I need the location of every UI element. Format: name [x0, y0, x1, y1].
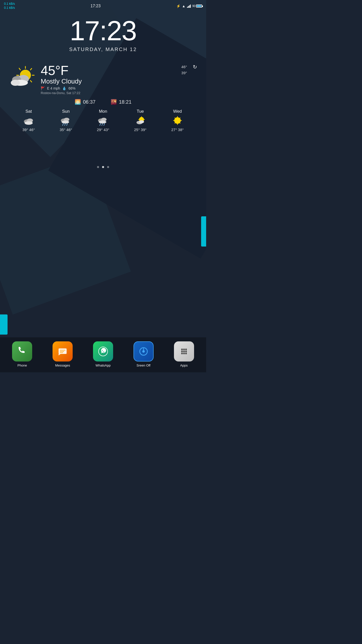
forecast-tue: Tue 25° 39° — [122, 109, 159, 132]
svg-point-56 — [185, 349, 187, 350]
background — [0, 0, 206, 372]
phone-icon — [12, 341, 32, 361]
svg-line-5 — [19, 68, 20, 70]
weather-condition: Mostly Cloudy — [41, 77, 197, 85]
clock-widget: 17:23 SATURDAY, MARCH 12 — [0, 12, 206, 55]
status-time: 17:23 — [90, 4, 101, 8]
status-icons: ⚡ ▲ 90 — [176, 4, 202, 8]
status-bar: 0.1 kB/s 0.1 kB/s 17:23 ⚡ ▲ 90 — [0, 0, 206, 12]
page-dot-2[interactable] — [102, 166, 104, 168]
current-temp: 45°F — [41, 64, 197, 77]
wind-speed: E 4 mph — [47, 86, 60, 90]
dock-apps-row: Phone Messages — [2, 341, 204, 367]
weather-main: 45°F Mostly Cloudy 🚩 E 4 mph 💧 66% Rosto… — [9, 64, 197, 95]
weather-info: 45°F Mostly Cloudy 🚩 E 4 mph 💧 66% Rosto… — [41, 64, 197, 95]
svg-point-16 — [25, 121, 33, 125]
page-dot-1[interactable] — [97, 166, 99, 168]
svg-point-55 — [183, 349, 185, 350]
forecast-icon-mon — [97, 116, 109, 126]
apps-label: Apps — [180, 364, 188, 367]
sunset-time: 18:21 — [119, 99, 131, 105]
sunset-icon: 🌇 — [111, 99, 117, 105]
svg-line-8 — [30, 68, 32, 70]
teal-accent-left — [0, 314, 8, 335]
forecast-mon: Mon 29° 43° — [84, 109, 122, 132]
svg-line-44 — [180, 118, 180, 118]
screenoff-label: Sreen Off — [137, 364, 150, 367]
signal-bars — [187, 4, 191, 8]
refresh-button[interactable]: ↻ — [193, 64, 197, 70]
svg-point-62 — [185, 353, 187, 354]
forecast-sat: Sat 39° 46° — [10, 109, 47, 132]
sunrise-item: 🌅 06:37 — [75, 99, 96, 105]
battery-level: 90 — [192, 4, 196, 8]
messages-label: Messages — [55, 364, 70, 367]
forecast-icon-sun — [60, 116, 72, 126]
weather-icon-large — [9, 64, 37, 87]
svg-line-20 — [63, 124, 63, 126]
network-speed: 0.1 kB/s 0.1 kB/s — [4, 2, 15, 10]
svg-line-43 — [175, 123, 175, 123]
forecast-icon-tue — [134, 116, 147, 126]
svg-point-58 — [183, 351, 185, 352]
sunset-item: 🌇 18:21 — [111, 99, 131, 105]
page-dot-3[interactable] — [107, 166, 109, 168]
svg-point-54 — [181, 349, 183, 350]
dock-app-screenoff[interactable]: Sreen Off — [133, 341, 154, 367]
humidity-icon: 💧 — [62, 86, 66, 90]
sun-times: 🌅 06:37 🌇 18:21 — [9, 99, 197, 105]
svg-point-25 — [99, 120, 106, 124]
sunrise-time: 06:37 — [83, 99, 96, 105]
bluetooth-icon: ⚡ — [176, 4, 180, 8]
svg-line-6 — [30, 80, 32, 82]
svg-point-19 — [62, 120, 69, 124]
svg-line-22 — [67, 124, 67, 126]
svg-line-27 — [102, 124, 103, 126]
forecast-sun: Sun 35° 46° — [47, 109, 84, 132]
humidity: 66% — [68, 86, 75, 90]
svg-point-35 — [139, 120, 144, 123]
svg-line-41 — [175, 118, 175, 118]
main-date: SATURDAY, MARCH 12 — [0, 47, 206, 52]
dock-app-phone[interactable]: Phone — [12, 341, 32, 367]
wind-flag-icon: 🚩 — [41, 86, 45, 90]
svg-point-61 — [183, 353, 185, 354]
low-temp: 39° — [181, 70, 187, 76]
weather-details: 🚩 E 4 mph 💧 66% — [41, 86, 197, 90]
svg-line-42 — [180, 123, 180, 123]
screenoff-icon — [133, 341, 154, 361]
forecast-row: Sat 39° 46° Sun — [9, 109, 197, 132]
phone-label: Phone — [18, 364, 27, 367]
whatsapp-icon — [93, 341, 113, 361]
svg-line-26 — [100, 124, 101, 126]
svg-line-21 — [65, 124, 65, 126]
dock-app-messages[interactable]: Messages — [53, 341, 73, 367]
svg-point-53 — [142, 350, 145, 353]
svg-point-57 — [181, 351, 183, 352]
forecast-wed: Wed 27° 38° — [159, 109, 196, 132]
apps-icon — [174, 341, 194, 361]
whatsapp-label: WhatsApp — [96, 364, 111, 367]
weather-location: Rostov-na-Donu, Sat 17:22 — [41, 91, 197, 95]
svg-point-60 — [181, 353, 183, 354]
battery-icon: 90 — [192, 4, 202, 8]
svg-point-59 — [185, 351, 187, 352]
svg-line-28 — [104, 124, 105, 126]
main-clock: 17:23 — [0, 17, 206, 45]
svg-marker-46 — [59, 354, 61, 355]
dock-app-apps[interactable]: Apps — [174, 341, 194, 367]
bottom-dock: Phone Messages — [0, 337, 206, 372]
weather-widget: 45°F Mostly Cloudy 🚩 E 4 mph 💧 66% Rosto… — [5, 60, 201, 136]
wifi-icon: ▲ — [182, 4, 186, 8]
forecast-icon-wed — [171, 116, 184, 126]
sunrise-icon: 🌅 — [75, 99, 81, 105]
forecast-icon-sat — [22, 116, 35, 126]
dock-app-whatsapp[interactable]: WhatsApp — [93, 341, 113, 367]
teal-accent-right — [201, 216, 206, 247]
high-temp: 46° — [181, 64, 187, 70]
messages-icon — [53, 341, 73, 361]
page-dots — [0, 166, 206, 168]
temp-range: 46° 39° — [181, 64, 187, 76]
svg-point-13 — [11, 80, 20, 86]
